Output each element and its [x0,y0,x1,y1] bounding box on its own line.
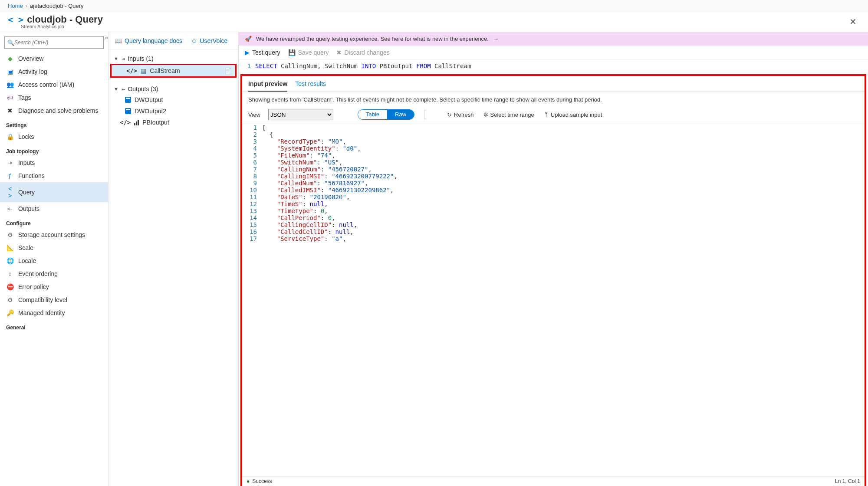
json-line: 12 "TimeS": null, [242,200,865,207]
sidebar-item-outputs[interactable]: ⇤Outputs [0,202,108,215]
input-item-callstream[interactable]: </> ▦ CallStream 📄 [112,65,235,76]
sidebar-item-storage-account-settings[interactable]: ⚙Storage account settings [0,228,108,241]
test-query-button[interactable]: ▶Test query [245,49,280,56]
output-item-label: PBIoutput [142,119,169,126]
json-viewer[interactable]: 1[2 {3 "RecordType": "MO",4 "SystemIdent… [242,124,865,476]
view-mode-toggle[interactable]: Table Raw [358,109,414,120]
upload-sample-button[interactable]: ⤒Upload sample input [544,112,602,118]
sidebar-item-event-ordering[interactable]: ↕Event ordering [0,267,108,280]
collapse-sidebar-icon[interactable]: « [104,34,109,42]
nav-icon: 🏷 [6,94,14,101]
nav-icon: ⚙ [6,231,14,238]
sidebar-item-access-control-iam-[interactable]: 👥Access control (IAM) [0,78,108,91]
refresh-icon: ↻ [447,112,452,118]
nav-icon: ✖ [6,107,14,114]
output-item-pbioutput[interactable]: </> PBIoutput [110,117,237,128]
query-toolbar: ▶Test query 💾Save query ✖Discard changes [239,46,868,60]
query-editor[interactable]: 1 SELECT CallingNum, SwitchNum INTO PBIo… [239,60,868,72]
nav-label: Activity log [18,68,47,75]
nav-label: Event ordering [18,270,58,277]
inputs-group-label: Inputs (1) [128,55,153,62]
sidebar-item-tags[interactable]: 🏷Tags [0,91,108,104]
preview-info: Showing events from 'CallStream'. This l… [242,92,865,107]
document-icon[interactable]: 📄 [224,67,232,74]
json-line: 15 "CallingCellID": null, [242,221,865,228]
search-icon: 🔍 [7,39,14,46]
query-code[interactable]: SELECT CallingNum, SwitchNum INTO PBIout… [255,62,471,69]
arrow-right-icon[interactable]: → [493,36,499,42]
json-line: 6 "SwitchNum": "US", [242,159,865,166]
sidebar-item-activity-log[interactable]: ▣Activity log [0,65,108,78]
query-language-docs-link[interactable]: 📖Query language docs [115,37,182,44]
uservoice-link[interactable]: ☺UserVoice [191,37,227,44]
nav-icon: ⛔ [6,283,14,290]
upload-icon: ⤒ [544,112,549,118]
json-line: 11 "DateS": "20190820", [242,194,865,200]
nav-label: Managed Identity [18,309,65,316]
output-item-label: DWOutput2 [135,108,166,115]
line-number: 17 [242,235,262,242]
play-icon: ▶ [245,49,250,56]
search-box[interactable]: 🔍 [4,36,104,49]
io-tree-panel: 📖Query language docs ☺UserVoice ▼ ⇥ Inpu… [108,32,239,486]
save-query-button[interactable]: 💾Save query [288,49,329,56]
tab-input-preview[interactable]: Input preview [248,80,287,92]
sidebar-item-diagnose-and-solve-problems[interactable]: ✖Diagnose and solve problems [0,104,108,117]
sidebar-item-error-policy[interactable]: ⛔Error policy [0,280,108,293]
rocket-icon: 🚀 [245,36,252,42]
nav-icon: ▣ [6,68,14,75]
search-input[interactable] [14,39,101,46]
nav-label: Locks [18,133,34,140]
nav-section-job-topology: Job topology [0,143,108,156]
output-item-dwoutput[interactable]: DWOutput [110,94,237,105]
nav-label: Inputs [18,159,35,166]
breadcrumb: Home › ajetacloudjob - Query [0,0,868,12]
code-icon: < > [8,14,23,25]
discard-changes-button[interactable]: ✖Discard changes [336,49,389,56]
sidebar-item-inputs[interactable]: ⇥Inputs [0,156,108,169]
toggle-raw[interactable]: Raw [387,110,414,119]
sidebar-item-overview[interactable]: ◆Overview [0,52,108,65]
tab-test-results[interactable]: Test results [295,80,326,92]
nav-label: Error policy [18,283,49,290]
view-format-select[interactable]: JSON [268,109,333,120]
sidebar-item-compatibility-level[interactable]: ⚙Compatibility level [0,293,108,306]
breadcrumb-separator: › [26,3,27,9]
nav-icon: < > [6,185,14,199]
sidebar-item-query[interactable]: < >Query [0,182,108,202]
close-icon[interactable]: ✕ [846,15,860,29]
output-group-icon: ⇤ [122,85,125,92]
nav-section-configure: Configure [0,215,108,228]
json-line: 13 "TimeType": 0, [242,207,865,214]
discard-icon: ✖ [336,49,342,56]
json-line: 4 "SystemIdentity": "d0", [242,145,865,152]
inputs-group[interactable]: ▼ ⇥ Inputs (1) [110,53,237,64]
divider [424,110,424,119]
line-number: 14 [242,214,262,221]
sql-icon [125,97,131,103]
line-number: 11 [242,194,262,200]
sidebar-item-locale[interactable]: 🌐Locale [0,254,108,267]
json-line: 2 { [242,131,865,138]
breadcrumb-home[interactable]: Home [8,3,23,9]
output-item-dwoutput2[interactable]: DWOutput2 [110,105,237,117]
select-time-range-button[interactable]: ✲Select time range [483,112,534,118]
toggle-table[interactable]: Table [358,110,387,119]
sidebar-item-functions[interactable]: ƒFunctions [0,169,108,182]
nav-icon: 🔒 [6,133,14,140]
json-line: 8 "CallingIMSI": "466923200779222", [242,173,865,180]
line-number: 1 [242,124,262,131]
banner-text: We have revamped the query testing exper… [256,36,489,42]
sidebar-item-managed-identity[interactable]: 🔑Managed Identity [0,306,108,319]
sidebar-item-locks[interactable]: 🔒Locks [0,130,108,143]
sidebar-item-scale[interactable]: 📐Scale [0,241,108,254]
refresh-button[interactable]: ↻Refresh [447,112,474,118]
eventhub-icon: ▦ [141,67,146,74]
line-number: 1 [239,62,255,69]
caret-down-icon: ▼ [114,56,119,61]
outputs-group[interactable]: ▼ ⇤ Outputs (3) [110,84,237,94]
main-panel: 🚀 We have revamped the query testing exp… [239,32,868,486]
gear-icon: ✲ [483,112,488,118]
nav-section-settings: Settings [0,117,108,130]
nav-icon: ⇥ [6,159,14,166]
